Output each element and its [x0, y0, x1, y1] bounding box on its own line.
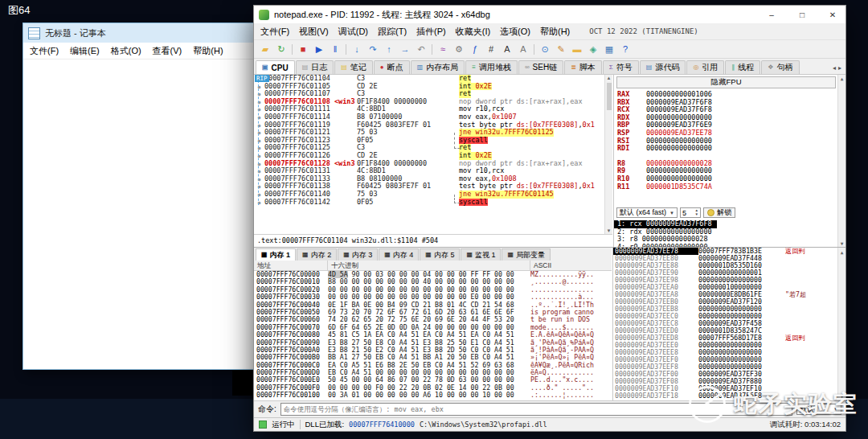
tab-cpu[interactable]: ▣CPU	[256, 60, 295, 74]
disasm-row[interactable]: ●00007FFF76C01128 <win30F1F8400 00000000…	[254, 160, 604, 168]
scroll-down-icon[interactable]: ▼	[841, 240, 844, 246]
notepad-titlebar[interactable]: 无标题 - 记事本	[23, 23, 253, 43]
disasm-row[interactable]: ●00007FFF76C0114075 03jne win32u.7FFF76C…	[254, 191, 604, 199]
disasm-row[interactable]: ●00007FFF76C01108 <win30F1F8400 00000000…	[254, 98, 604, 106]
scroll-up-icon[interactable]: ▲	[607, 76, 612, 80]
tab-memory-map[interactable]: ▥内存布局	[411, 60, 465, 74]
disasm-row[interactable]: ●00007FFF76C01125C3ret	[254, 144, 604, 152]
breakpoint-dot[interactable]: ●	[254, 121, 264, 129]
dump-tab-mem2[interactable]: ▦内存 2	[297, 248, 337, 261]
close-button[interactable]: ✕	[820, 6, 845, 23]
pause-icon[interactable]: ‖	[327, 42, 343, 56]
notepad-menu-item[interactable]: 文件(F)	[30, 45, 59, 57]
dbg-menu-item[interactable]: 文件(F)	[260, 26, 289, 38]
dump-tab-mem1[interactable]: ▦内存 1	[256, 248, 296, 261]
breakpoint-dot[interactable]: ●	[254, 137, 264, 145]
breakpoint-dot[interactable]: ●	[254, 129, 264, 137]
disasm-row[interactable]: ●00007FFF76C01104C3ret	[254, 75, 604, 83]
breakpoint-dot[interactable]: ●	[254, 183, 264, 191]
breakpoint-dot[interactable]: ●	[254, 83, 264, 91]
tab-symbols[interactable]: Σ符号	[603, 60, 639, 74]
breakpoint-dot[interactable]: ●	[254, 160, 264, 168]
tab-threads[interactable]: ∥线程	[725, 60, 760, 74]
breakpoint-dot[interactable]: ●	[254, 167, 264, 175]
tab-notes[interactable]: ▤笔记	[334, 60, 373, 74]
step-into-icon[interactable]: ↓	[349, 42, 365, 56]
disasm-row[interactable]: ●00007FFF76C0112175 03jne win32u.7FFF76C…	[254, 129, 604, 137]
arg-count-spinner[interactable]: 5 ▲▼	[680, 207, 701, 218]
tab-breakpoints[interactable]: ●断点	[374, 60, 410, 74]
dbg-menu-item[interactable]: 帮助(H)	[540, 26, 570, 38]
dump-tab-watch1[interactable]: ▦监视 1	[461, 248, 501, 261]
breakpoint-dot[interactable]: ●	[254, 90, 264, 98]
dump-row[interactable]: 00007FFF76C0010000 3A 01 00 00 00 00 00 …	[254, 392, 612, 399]
register-row[interactable]: RDI0000000000000000	[614, 145, 845, 153]
maximize-button[interactable]: □	[789, 6, 815, 23]
tab-scroll-right-icon[interactable]: ▸	[838, 64, 841, 72]
sort-az-icon[interactable]: A	[515, 42, 531, 56]
x64dbg-titlebar[interactable]: notepad.exe - PID: 11992 - 线程: 主线程 3024 …	[254, 6, 845, 23]
function-icon[interactable]: ƒ	[467, 42, 483, 56]
run-to-cursor-icon[interactable]: →	[397, 42, 413, 56]
notepad-text-area[interactable]	[23, 59, 253, 369]
comment-icon[interactable]: ✎	[553, 42, 569, 56]
highlight-icon[interactable]: ▬	[569, 42, 585, 56]
tab-handles[interactable]: ❖句柄	[761, 60, 799, 74]
disasm-row[interactable]: ●00007FFF76C011314C:8BD1mov r10,rcx	[254, 167, 604, 175]
graph-icon[interactable]: ◈	[585, 42, 601, 56]
notepad-menu-item[interactable]: 格式(O)	[111, 45, 141, 57]
tab-seh[interactable]: ∞SEH链	[518, 60, 563, 74]
dbg-menu-item[interactable]: 跟踪(T)	[378, 26, 407, 38]
hide-fpu-button[interactable]: 隐藏FPU	[616, 76, 836, 88]
breakpoint-dot[interactable]: ●	[254, 105, 264, 113]
convention-combobox[interactable]: 默认 (x64 fast) ▼	[616, 207, 678, 218]
scroll-up-icon[interactable]: ▲	[841, 248, 844, 256]
breakpoint-dot[interactable]: ●	[254, 175, 264, 183]
breakpoint-dot[interactable]: ●	[254, 152, 264, 160]
scroll-up-icon[interactable]: ▲	[841, 76, 844, 81]
breakpoint-dot[interactable]: ●	[254, 191, 264, 199]
tab-references[interactable]: ◎引用	[686, 60, 724, 74]
settings-icon[interactable]: ⚙	[451, 42, 467, 56]
breakpoint-dot[interactable]: ●	[254, 98, 264, 106]
back-icon[interactable]: ↶	[413, 42, 429, 56]
disasm-scrollbar[interactable]: ▲ ▼	[604, 75, 612, 234]
tab-call-stack[interactable]: ≡调用堆栈	[465, 60, 518, 74]
registers-scrollbar[interactable]: ▲ ▼	[837, 75, 845, 247]
notepad-menu-item[interactable]: 查看(V)	[153, 45, 182, 57]
step-over-icon[interactable]: ↷	[365, 42, 381, 56]
breakpoint-dot[interactable]: ●	[254, 113, 264, 121]
help-icon[interactable]: ?	[617, 42, 633, 56]
run-icon[interactable]: ▶	[311, 42, 327, 56]
notepad-menu-item[interactable]: 帮助(H)	[193, 45, 223, 57]
disasm-row[interactable]: ●00007FFF76C011230F05syscall	[254, 137, 604, 145]
dbg-menu-item[interactable]: 收藏夹(I)	[456, 26, 490, 38]
disasm-row[interactable]: ●00007FFF76C011420F05syscall	[254, 199, 604, 207]
stop-icon[interactable]: ■	[295, 42, 311, 56]
breakpoint-dot[interactable]: ●	[254, 144, 264, 152]
restart-icon[interactable]: ↻	[273, 42, 289, 56]
disasm-row[interactable]: ●00007FFF76C011114C:8BD1mov r10,rcx	[254, 105, 604, 113]
memory-map-icon[interactable]: ▦	[601, 42, 617, 56]
tab-scroll-left-icon[interactable]: ◂	[833, 64, 836, 72]
font-icon[interactable]: A	[499, 42, 515, 56]
dbg-menu-item[interactable]: 调试(D)	[338, 26, 368, 38]
disasm-row[interactable]: ●00007FFF76C01105CD 2Eint 0x2E	[254, 83, 604, 91]
console-window[interactable]	[232, 369, 252, 396]
dump-tab-mem5[interactable]: ▦内存 5	[420, 248, 460, 261]
hash-icon[interactable]: #	[483, 42, 499, 56]
dbg-menu-item[interactable]: 插件(P)	[416, 26, 446, 38]
scroll-thumb[interactable]	[607, 83, 612, 110]
dump-tab-locals[interactable]: ▦局部变量	[502, 248, 551, 261]
tab-source[interactable]: ▤源代码	[640, 60, 686, 74]
search-icon[interactable]: ⊙	[537, 42, 553, 56]
stack-panel[interactable]: 0000009EAD37EE7800007FFF783B1B3E返回到00000…	[612, 248, 845, 400]
minimize-button[interactable]: –	[759, 6, 784, 23]
loaded-module-address-link[interactable]: 00007FFF76410000	[349, 421, 415, 429]
dump-tab-mem3[interactable]: ▦内存 3	[338, 248, 378, 261]
tab-scroll-buttons[interactable]: ◂▸	[833, 64, 844, 74]
scroll-down-icon[interactable]: ▼	[607, 228, 612, 233]
unlock-button[interactable]: 解锁	[703, 207, 735, 218]
dbg-menu-item[interactable]: 选项(O)	[500, 26, 530, 38]
dbg-menu-item[interactable]: 视图(V)	[299, 26, 329, 38]
